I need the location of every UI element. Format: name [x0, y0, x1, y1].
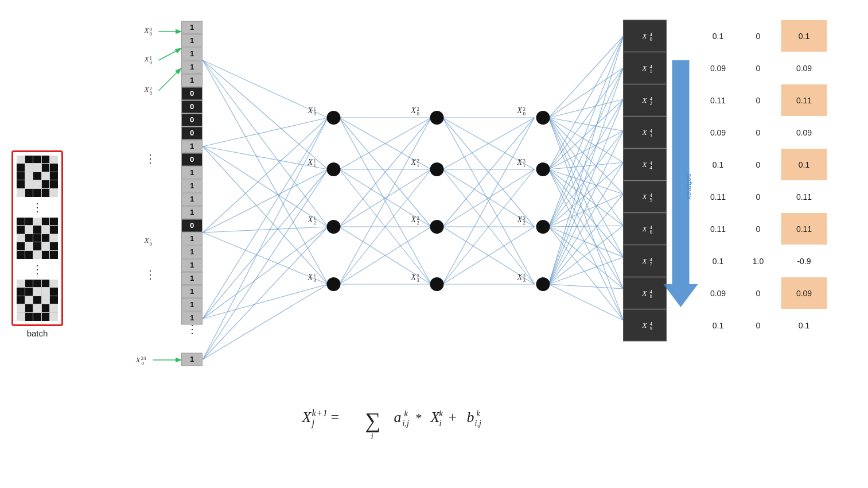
- vec-val-1: 1: [190, 36, 194, 45]
- output-label-6: X: [642, 224, 648, 233]
- vec-val-9: 1: [190, 142, 194, 150]
- layer2-node-3: [430, 277, 444, 291]
- val-8-2: 0: [756, 289, 761, 298]
- val-2-3: 0.11: [796, 96, 812, 105]
- val-1-2: 0: [756, 64, 761, 73]
- output-sup-7: 4: [650, 257, 653, 262]
- x24-label: X: [135, 355, 141, 364]
- vec-val-18: 1: [190, 261, 194, 269]
- output-label-7: X: [642, 257, 648, 265]
- val-7-2: 1.0: [753, 257, 764, 266]
- conn-0-l1-2: [203, 60, 328, 227]
- val-5-2: 0: [756, 192, 761, 202]
- output-label-9: X: [642, 321, 648, 330]
- conn-4-l1-1: [203, 169, 328, 359]
- digit-image-1: [17, 218, 58, 259]
- dots-1: ⋮: [17, 202, 58, 213]
- x1-sub: 1: [150, 55, 153, 61]
- l3-3-o-0: [549, 36, 624, 284]
- val-2-2: 0: [756, 96, 761, 105]
- vec-val-4: 1: [190, 76, 194, 84]
- l3-1-o-0: [549, 36, 624, 169]
- l1-sup-1: 1: [314, 158, 317, 164]
- l3-label-0: X: [517, 106, 523, 115]
- vec-val-8: 0: [190, 129, 194, 137]
- val-6-2: 0: [756, 224, 761, 234]
- formula-a-sup: k: [404, 409, 408, 418]
- output-sup-8: 4: [650, 289, 653, 295]
- l1-label-0: X: [308, 106, 313, 115]
- l3-3-o-8: [549, 284, 624, 289]
- batch-dots-bottom: ⋮: [145, 268, 156, 281]
- l3-0-o-0: [549, 36, 624, 118]
- x0-sub: 0: [150, 26, 153, 32]
- vec-val-15: 0: [190, 221, 194, 230]
- conn-3-l1-1: [203, 169, 328, 319]
- l2-label-2: X: [411, 215, 417, 224]
- formula-sup-k1: k+1: [312, 408, 328, 419]
- vec-val-22: 1: [190, 313, 194, 322]
- l2-label-1: X: [411, 158, 417, 166]
- layer1-node-3: [327, 277, 341, 291]
- l3-sup-1: 3: [523, 158, 526, 164]
- output-label-3: X: [642, 128, 648, 137]
- val-6-3: 0.11: [796, 224, 812, 234]
- vec-val-3: 1: [190, 63, 194, 71]
- layer1-node-2: [327, 220, 341, 234]
- xi-label: X: [144, 236, 150, 245]
- vec-val-13: 1: [190, 195, 194, 203]
- val-3-2: 0: [756, 128, 761, 137]
- l1-label-3: X: [308, 273, 313, 281]
- output-sup-9: 4: [650, 321, 653, 327]
- l3-label-1: X: [517, 158, 523, 166]
- l3-3-o-4: [549, 162, 624, 284]
- layer3-node-1: [536, 162, 550, 176]
- l2-label-3: X: [411, 273, 417, 281]
- vec-val-2: 1: [190, 49, 194, 58]
- output-label-5: X: [642, 192, 648, 201]
- val-5-1: 0.11: [710, 192, 726, 202]
- conn-0-l1-1: [203, 60, 328, 169]
- val-8-3: 0.09: [796, 289, 812, 298]
- formula-a: a: [394, 409, 402, 425]
- output-label-2: X: [642, 96, 648, 104]
- formula-plus: +: [449, 409, 457, 425]
- vec-val-17: 1: [190, 247, 194, 256]
- layer2-node-0: [430, 111, 444, 125]
- conn-3-l1-3: [203, 284, 328, 319]
- val-6-1: 0.11: [710, 224, 726, 234]
- val-0-2: 0: [756, 32, 761, 41]
- val-1-1: 0.09: [710, 64, 726, 73]
- val-7-1: 0.1: [713, 257, 724, 266]
- val-4-3: 0.1: [799, 160, 810, 169]
- val-9-3: 0.1: [799, 321, 810, 330]
- l2-sup-0: 2: [417, 106, 420, 112]
- dots-2: ⋮: [17, 264, 58, 275]
- layer1-node-1: [327, 162, 341, 176]
- x2-label: X: [144, 85, 150, 94]
- vec-val-last: 1: [190, 355, 194, 363]
- x1-label: X: [144, 55, 150, 63]
- val-0-1: 0.1: [713, 32, 724, 41]
- val-4-2: 0: [756, 160, 761, 169]
- output-sup-5: 4: [650, 192, 653, 198]
- val-2-1: 0.11: [710, 96, 726, 105]
- x24-sup: 0: [142, 361, 145, 366]
- l3-3-o-6: [549, 226, 624, 284]
- digit-image-2: [17, 280, 58, 321]
- batch-box: ⋮ ⋮: [11, 150, 63, 326]
- softmax-text: softmax: [690, 179, 698, 206]
- val-1-3: 0.09: [796, 64, 812, 73]
- arrow-x1: [159, 49, 181, 60]
- batch-dots-mid: ⋮: [145, 152, 156, 165]
- formula-b-sup: k: [477, 409, 481, 418]
- val-9-2: 0: [756, 321, 761, 330]
- l3-2-o-0: [549, 36, 624, 227]
- val-4-1: 0.1: [713, 160, 724, 169]
- vec-val-7: 0: [190, 115, 194, 124]
- formula-eq: =: [331, 409, 340, 425]
- conn-4-l1-2: [203, 227, 328, 359]
- layer3-node-0: [536, 111, 550, 125]
- l2-label-0: X: [411, 106, 417, 115]
- output-label-0: X: [642, 32, 648, 40]
